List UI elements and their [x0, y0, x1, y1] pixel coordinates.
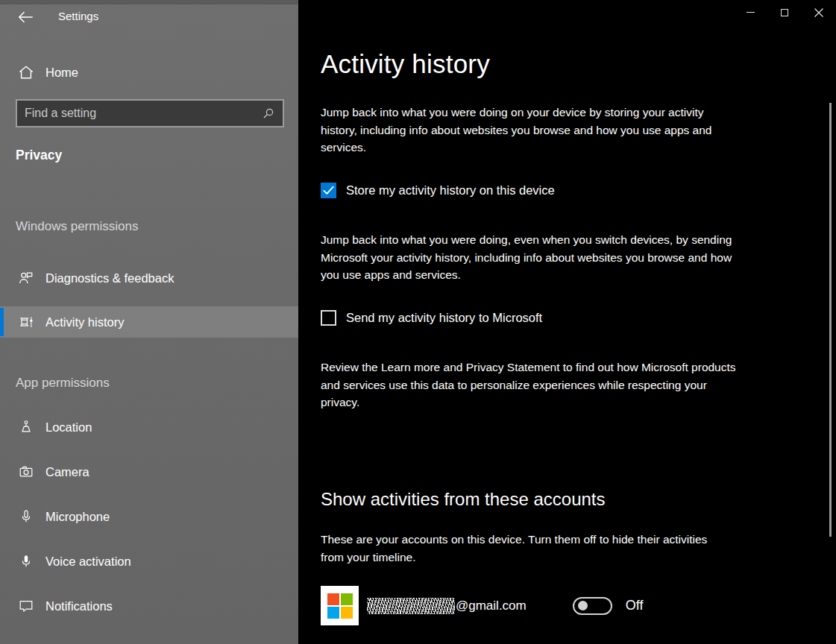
sidebar-item-label: Notifications — [45, 599, 113, 613]
maximize-button[interactable] — [767, 0, 802, 25]
redacted-email-scribble — [367, 598, 455, 614]
location-icon — [18, 419, 34, 435]
camera-icon — [18, 464, 34, 480]
privacy-group-title: Privacy — [16, 148, 62, 163]
send-activity-checkbox-row[interactable]: Send my activity history to Microsoft — [321, 310, 542, 326]
email-domain-text: @gmail.com — [456, 599, 527, 613]
activity-history-icon — [18, 314, 34, 330]
settings-sidebar: Settings Home Privacy Windows permission… — [0, 0, 298, 644]
intro-paragraph: Jump back into what you were doing on yo… — [321, 104, 740, 157]
sidebar-item-camera[interactable]: Camera — [0, 456, 298, 487]
checkbox-checked-icon[interactable] — [321, 183, 336, 198]
close-button[interactable] — [802, 0, 836, 25]
search-input[interactable] — [25, 107, 261, 120]
sidebar-item-label: Diagnostics & feedback — [45, 271, 174, 285]
store-activity-checkbox-row[interactable]: Store my activity history on this device — [321, 183, 555, 198]
magnifier-icon — [261, 107, 275, 121]
account-row: @gmail.com Off — [321, 586, 643, 625]
sidebar-item-location[interactable]: Location — [0, 411, 298, 443]
minimize-icon — [747, 12, 755, 13]
sidebar-item-label: Home — [45, 66, 78, 80]
sidebar-item-microphone[interactable]: Microphone — [0, 501, 298, 532]
sidebar-item-label: Location — [45, 420, 92, 435]
section-header-app-permissions: App permissions — [16, 376, 110, 391]
home-icon — [18, 64, 34, 80]
microsoft-logo — [321, 586, 359, 625]
toggle-knob — [578, 601, 588, 610]
ms-logo-green-square — [341, 593, 353, 605]
checkbox-unchecked-icon[interactable] — [321, 310, 336, 326]
app-title: Settings — [58, 10, 98, 22]
activity-history-page: Activity history Jump back into what you… — [298, 0, 836, 644]
account-email: @gmail.com — [367, 598, 527, 614]
sidebar-item-diagnostics-feedback[interactable]: Diagnostics & feedback — [0, 262, 298, 294]
page-title: Activity history — [321, 49, 490, 79]
checkbox-label: Send my activity history to Microsoft — [346, 311, 542, 325]
notifications-icon — [18, 598, 34, 614]
review-paragraph: Review the Learn more and Privacy Statem… — [321, 359, 747, 411]
window-controls — [733, 0, 836, 25]
sidebar-item-label: Activity history — [45, 315, 124, 329]
maximize-icon — [781, 9, 788, 16]
section-header-windows-permissions: Windows permissions — [16, 219, 138, 234]
arrow-left-icon — [17, 10, 34, 24]
accounts-description: These are your accounts on this device. … — [321, 531, 720, 566]
checkbox-label: Store my activity history on this device — [346, 183, 555, 198]
ms-logo-yellow-square — [341, 607, 353, 619]
sidebar-item-notifications[interactable]: Notifications — [0, 590, 298, 622]
accounts-section-title: Show activities from these accounts — [321, 489, 606, 510]
microphone-icon — [18, 508, 34, 525]
diagnostics-feedback-icon — [18, 270, 34, 286]
sidebar-item-label: Microphone — [45, 510, 110, 524]
ms-logo-blue-square — [327, 607, 339, 619]
send-paragraph: Jump back into what you were doing, even… — [321, 231, 747, 284]
ms-logo-red-square — [327, 593, 339, 605]
vertical-scrollbar-thumb[interactable] — [829, 103, 832, 537]
sidebar-item-voice-activation[interactable]: Voice activation — [0, 546, 298, 577]
back-button[interactable] — [9, 4, 42, 30]
toggle-state-label: Off — [626, 598, 644, 613]
account-activity-toggle[interactable] — [573, 597, 612, 615]
search-box[interactable] — [16, 99, 284, 127]
voice-activation-icon — [18, 553, 34, 569]
sidebar-item-home[interactable]: Home — [0, 57, 298, 88]
close-icon — [814, 7, 824, 18]
sidebar-item-label: Voice activation — [45, 555, 131, 569]
minimize-button[interactable] — [733, 0, 767, 25]
sidebar-item-label: Camera — [45, 465, 89, 479]
sidebar-item-activity-history[interactable]: Activity history — [0, 306, 298, 338]
